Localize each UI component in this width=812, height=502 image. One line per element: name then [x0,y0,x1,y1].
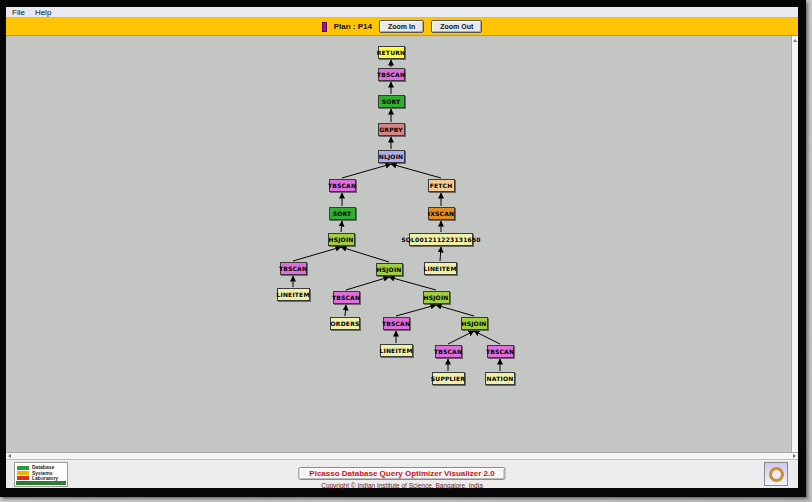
screenshot-stage: File Help Plan : P14 Zoom In Zoom Out RE… [0,0,812,502]
menu-help[interactable]: Help [35,8,51,17]
plan-label: Plan : P14 [334,22,372,31]
iisc-emblem-icon [769,467,784,482]
app-window: File Help Plan : P14 Zoom In Zoom Out RE… [0,0,806,497]
zoom-out-button[interactable]: Zoom Out [431,20,482,33]
dsl-logo-text: Database Systems Laboratory [32,465,58,482]
dsl-logo-banner [16,481,66,485]
plan-node-tbscan4[interactable]: TBSCAN [333,291,360,304]
dsl-logo-stripe-green [17,466,29,470]
app-title-badge: Picasso Database Query Optimizer Visuali… [298,467,505,480]
plan-node-tbscan2[interactable]: TBSCAN [329,179,356,192]
plan-node-grpby[interactable]: GRPBY [378,123,405,136]
copyright-text: Copyright © Indian Institute of Science,… [298,482,505,489]
scroll-left-icon[interactable] [8,454,11,458]
plan-node-sort2[interactable]: SORT [329,207,356,220]
iisc-logo [764,462,788,486]
plan-node-return[interactable]: RETURN [378,46,405,59]
plan-node-sort1[interactable]: SORT [378,95,405,108]
plan-node-tbscan7[interactable]: TBSCAN [487,345,514,358]
plan-node-lineitem3[interactable]: LINEITEM [380,344,413,357]
menu-file[interactable]: File [12,8,25,17]
dsl-logo-stripe-yellow [17,471,29,475]
plan-color-swatch [322,22,327,32]
plan-node-tbscan1[interactable]: TBSCAN [378,68,405,81]
plan-node-lineitem2[interactable]: LINEITEM [277,288,310,301]
plan-node-hsjoin3[interactable]: HSJOIN [423,291,450,304]
plan-node-hsjoin4[interactable]: HSJOIN [461,317,488,330]
plan-node-hsjoin1[interactable]: HSJOIN [328,233,355,246]
plan-node-fetch[interactable]: FETCH [428,179,455,192]
canvas-row: RETURNTBSCANSORTGRPBYNLJOINTBSCANFETCHSO… [6,36,798,452]
plan-node-hsjoin2[interactable]: HSJOIN [376,263,403,276]
plan-node-lineitem1[interactable]: LINEITEM [424,262,457,275]
dsl-logo: Database Systems Laboratory [14,462,68,487]
vertical-scrollbar[interactable] [791,36,798,452]
plan-node-tbscan6[interactable]: TBSCAN [435,345,462,358]
horizontal-scrollbar[interactable] [6,452,798,459]
plan-node-tbscan5[interactable]: TBSCAN [383,317,410,330]
menu-bar: File Help [6,7,798,18]
plan-node-orders[interactable]: ORDERS [330,317,360,330]
plan-node-tbscan3[interactable]: TBSCAN [280,262,307,275]
plan-node-ixscan[interactable]: IXSCAN [428,207,455,220]
zoom-in-button[interactable]: Zoom In [379,20,424,33]
toolbar: Plan : P14 Zoom In Zoom Out [6,18,798,36]
plan-tree-canvas: RETURNTBSCANSORTGRPBYNLJOINTBSCANFETCHSO… [6,36,791,452]
footer-center: Picasso Database Query Optimizer Visuali… [298,462,505,489]
plan-node-nation[interactable]: NATION [485,372,515,385]
footer: Database Systems Laboratory Picasso Data… [6,459,798,488]
scroll-right-icon[interactable] [793,454,796,458]
plan-node-nljoin[interactable]: NLJOIN [378,150,405,163]
scroll-up-icon[interactable] [793,39,797,42]
plan-node-sqltemp[interactable]: SQL001211223131650 [409,233,473,246]
plan-node-supplier[interactable]: SUPPLIER [432,372,465,385]
dsl-logo-stripe-red [17,476,29,480]
